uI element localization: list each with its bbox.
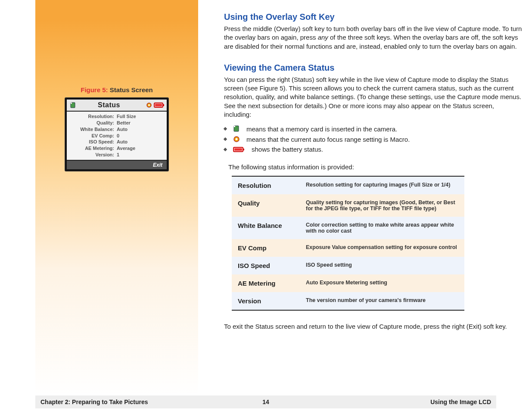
memory-card-icon <box>69 102 76 109</box>
table-row: VersionThe version number of your camera… <box>232 292 464 310</box>
memory-card-icon <box>233 125 240 133</box>
table-row: White BalanceColor correction setting to… <box>232 217 464 239</box>
battery-icon <box>233 146 246 153</box>
lcd-body: Resolution:Full Size Quality:Better Whit… <box>67 112 167 160</box>
bullet-text: means that the current auto focus range … <box>246 136 410 143</box>
lcd-row: AE Metering:Average <box>71 145 162 152</box>
svg-rect-13 <box>234 148 242 151</box>
section-body-status: You can press the right (Status) soft ke… <box>224 75 523 119</box>
lcd-row: EV Comp:0 <box>71 133 162 139</box>
footer-right: Using the Image LCD <box>269 399 491 405</box>
macro-icon <box>233 135 240 143</box>
table-row: QualityQuality setting for capturing ima… <box>232 194 464 217</box>
battery-icon <box>154 102 165 108</box>
figure-title: Status Screen <box>108 86 153 93</box>
macro-icon <box>146 102 152 109</box>
lcd-titlebar: Status <box>67 100 167 111</box>
figure-number: Figure 5: <box>81 86 108 93</box>
page-footer: Chapter 2: Preparing to Take Pictures 14… <box>35 395 496 408</box>
icon-bullet-list: means that a memory card is inserted in … <box>224 125 523 153</box>
bullet-icon <box>224 137 227 141</box>
table-row: ResolutionResolution setting for capturi… <box>232 176 464 194</box>
svg-rect-5 <box>163 104 164 106</box>
bullet-text: means that a memory card is inserted in … <box>246 125 397 133</box>
table-row: ISO SpeedISO Speed setting <box>232 257 464 274</box>
lcd-row: Resolution:Full Size <box>71 113 162 120</box>
table-intro: The following status information is prov… <box>228 163 523 171</box>
bullet-icon <box>224 127 227 131</box>
lcd-footer: Exit <box>67 161 167 169</box>
table-row: EV CompExposure Value compensation setti… <box>232 239 464 257</box>
bullet-icon <box>224 147 227 151</box>
lcd-row: White Balance:Auto <box>71 126 162 133</box>
bullet-text: shows the battery status. <box>252 146 323 153</box>
list-item: means that the current auto focus range … <box>224 135 523 143</box>
section-heading-status: Viewing the Camera Status <box>224 63 523 73</box>
figure-caption: Figure 5: Status Screen <box>35 86 198 93</box>
svg-rect-8 <box>234 126 235 127</box>
status-info-table: ResolutionResolution setting for capturi… <box>232 176 464 311</box>
svg-point-10 <box>236 138 238 140</box>
lcd-exit-label: Exit <box>153 162 162 168</box>
svg-point-3 <box>148 104 150 106</box>
table-row: AE MeteringAuto Exposure Metering settin… <box>232 274 464 292</box>
list-item: shows the battery status. <box>224 146 523 153</box>
svg-rect-6 <box>155 104 162 106</box>
footer-page-number: 14 <box>262 399 269 405</box>
lcd-title: Status <box>79 101 139 109</box>
section-body-overlay: Press the middle (Overlay) soft key to t… <box>224 25 523 51</box>
lcd-row: ISO Speed:Auto <box>71 139 162 145</box>
right-column: Using the Overlay Soft Key Press the mid… <box>198 0 532 395</box>
section-heading-overlay: Using the Overlay Soft Key <box>224 12 523 22</box>
list-item: means that a memory card is inserted in … <box>224 125 523 133</box>
left-column: Figure 5: Status Screen Status <box>35 0 198 395</box>
footer-left: Chapter 2: Preparing to Take Pictures <box>40 399 262 405</box>
lcd-row: Version:1 <box>71 152 162 158</box>
lcd-row: Quality:Better <box>71 120 162 126</box>
closing-text: To exit the Status screen and return to … <box>224 323 523 330</box>
status-screen-figure: Status Resolution:Full Size Quality:Bett… <box>65 98 168 171</box>
svg-rect-1 <box>71 103 72 104</box>
svg-rect-12 <box>243 149 244 150</box>
